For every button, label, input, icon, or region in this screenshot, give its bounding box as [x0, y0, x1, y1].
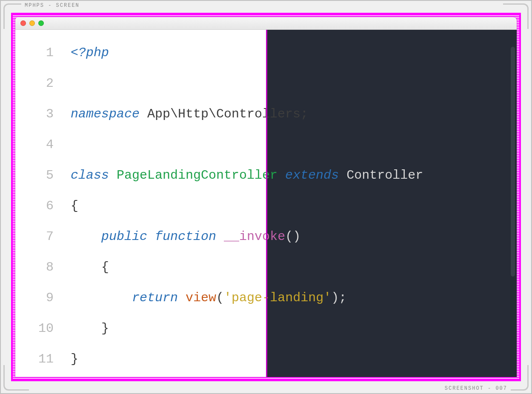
line-number: 5: [15, 160, 71, 191]
token: public: [101, 229, 147, 244]
token: function: [155, 229, 216, 244]
app-frame: MPHPS - SCREEN SCREENSHOT - 007 1<?php23…: [0, 0, 532, 394]
split-divider[interactable]: [266, 30, 267, 377]
code-editor-window: 1<?php23namespace App\Http\Controllers;4…: [15, 17, 517, 377]
highlight-border: 1<?php23namespace App\Http\Controllers;4…: [11, 13, 521, 381]
token: Controller: [346, 168, 423, 183]
line-content[interactable]: class PageLandingController extends Cont…: [71, 160, 517, 191]
line-number: 3: [15, 99, 71, 129]
line-number: 6: [15, 191, 71, 221]
token: class: [71, 168, 109, 183]
window-titlebar: [15, 17, 517, 30]
frame-label-bottom: SCREENSHOT - 007: [441, 385, 511, 391]
line-content[interactable]: {: [71, 191, 517, 221]
token: (: [216, 291, 224, 305]
token: [71, 291, 132, 305]
token: );: [331, 291, 346, 305]
line-content[interactable]: [71, 68, 517, 99]
token: [339, 168, 346, 183]
line-number: 1: [15, 37, 71, 68]
line-number: 9: [15, 283, 71, 313]
line-content[interactable]: {: [71, 252, 517, 283]
line-content[interactable]: }: [71, 344, 517, 374]
token: {: [101, 260, 109, 274]
token: [277, 168, 285, 183]
frame-label-top: MPHPS - SCREEN: [21, 3, 83, 9]
token: __invoke: [224, 229, 285, 244]
maximize-button[interactable]: [38, 20, 44, 26]
vertical-scrollbar[interactable]: [511, 47, 515, 277]
line-content[interactable]: public function __invoke(): [71, 221, 517, 252]
line-number: 2: [15, 68, 71, 99]
token: 'page-landing': [224, 291, 331, 305]
minimize-button[interactable]: [29, 20, 35, 26]
line-number: 7: [15, 221, 71, 252]
token: [178, 291, 186, 305]
token: }: [71, 352, 78, 366]
token: }: [101, 321, 109, 336]
token: [147, 229, 155, 244]
token: namespace: [71, 107, 140, 121]
line-content[interactable]: }: [71, 313, 517, 344]
line-number: 10: [15, 313, 71, 344]
line-content[interactable]: <?php: [71, 37, 517, 68]
token: [71, 260, 101, 274]
token: <?php: [71, 46, 109, 60]
close-button[interactable]: [20, 20, 26, 26]
line-number: 4: [15, 129, 71, 160]
token: extends: [285, 168, 339, 183]
token: view: [186, 291, 216, 305]
token: return: [132, 291, 178, 305]
token: App\Http\Controllers;: [140, 107, 308, 121]
line-number: 11: [15, 344, 71, 374]
token: [71, 321, 101, 336]
token: {: [71, 199, 78, 213]
token: [71, 229, 101, 244]
line-content[interactable]: [71, 129, 517, 160]
line-number: 8: [15, 252, 71, 283]
token: PageLandingController: [117, 168, 277, 183]
token: [109, 168, 117, 183]
code-area[interactable]: 1<?php23namespace App\Http\Controllers;4…: [15, 30, 517, 377]
token: [216, 229, 224, 244]
line-content[interactable]: return view('page-landing');: [71, 283, 517, 313]
line-content[interactable]: namespace App\Http\Controllers;: [71, 99, 517, 129]
token: (): [285, 229, 300, 244]
